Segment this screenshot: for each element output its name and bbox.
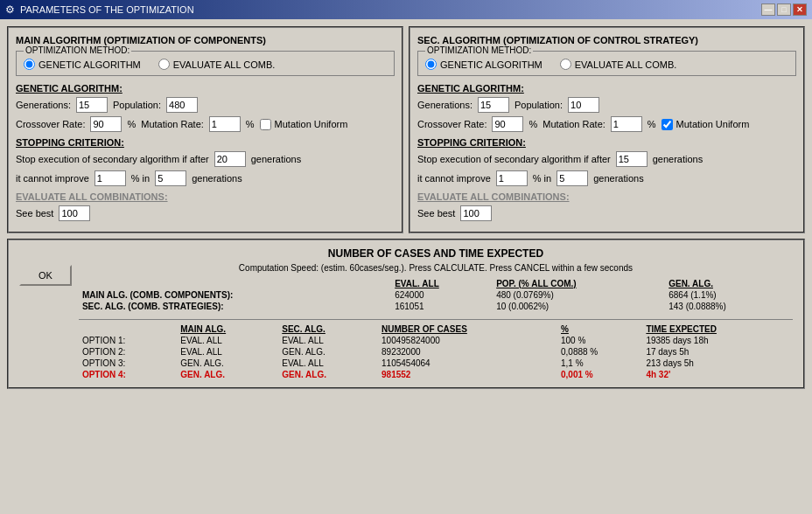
- sec-see-best-row: See best: [417, 205, 796, 221]
- cases-tbody: MAIN ALG. (COMB. COMPONENTS): 624000 480…: [79, 289, 793, 312]
- main-improve-input[interactable]: [94, 170, 126, 186]
- main-radio-evaluate-input[interactable]: [158, 59, 170, 70]
- opt-row-main: GEN. ALG.: [177, 369, 278, 380]
- opt-row-cases: 89232000: [378, 346, 557, 358]
- sec-mutation-uniform-input[interactable]: [662, 119, 673, 130]
- main-improve-gen-unit: generations: [192, 173, 242, 184]
- main-crossover-unit: %: [127, 119, 136, 129]
- sec-improve-row: it cannot improve % in generations: [417, 170, 796, 186]
- sec-gen-label: Generations:: [417, 100, 472, 110]
- sec-radio-evaluate-input[interactable]: [560, 59, 571, 70]
- main-mutation-uniform-label: Mutation Uniform: [275, 119, 348, 129]
- cases-header-eval: EVAL. ALL: [391, 278, 493, 289]
- main-genetic-label: GENETIC ALGORITHM:: [16, 83, 395, 94]
- main-mutation-uniform-check[interactable]: Mutation Uniform: [260, 119, 348, 130]
- cases-row-pop: 10 (0.0062%): [493, 301, 665, 312]
- opt-row-sec: EVAL. ALL: [278, 335, 378, 346]
- main-radio-genetic[interactable]: GENETIC ALGORITHM: [24, 59, 141, 70]
- sec-mutation-rate-input[interactable]: [611, 116, 642, 132]
- main-pop-label: Population:: [113, 100, 161, 110]
- sec-mutation-uniform-label: Mutation Uniform: [676, 119, 750, 129]
- app-icon: ⚙: [5, 3, 15, 16]
- cases-row-pop: 480 (0.0769%): [493, 289, 665, 301]
- opt-row-time: 19385 days 18h: [642, 335, 793, 346]
- sec-mutation-rate-label: Mutation Rate:: [542, 119, 606, 129]
- opt-row-cases: 100495824000: [378, 335, 557, 346]
- sec-stop-unit: generations: [653, 154, 704, 164]
- options-table: MAIN ALG. SEC. ALG. NUMBER OF CASES % TI…: [79, 323, 793, 380]
- opt-row-option: OPTION 1:: [79, 335, 177, 346]
- main-panel-title: MAIN ALGORITHM (OPTIMIZATION OF COMPONEN…: [16, 35, 395, 45]
- main-eval-label: EVALUATE ALL COMBINATIONS:: [16, 191, 395, 202]
- sec-crossover-input[interactable]: [492, 116, 523, 132]
- sec-see-best-input[interactable]: [460, 205, 492, 221]
- opt-row-cases: 1105454064: [378, 358, 557, 369]
- main-mutation-uniform-input[interactable]: [260, 119, 271, 130]
- main-stop-input[interactable]: [214, 151, 246, 167]
- main-improve-row: it cannot improve % in generations: [16, 170, 395, 186]
- sec-improve-unit: % in: [533, 173, 551, 184]
- cases-header-pop: POP. (% ALL COM.): [493, 278, 665, 289]
- opt-row-pct: 100 %: [557, 335, 642, 346]
- cases-row-eval: 161051: [391, 301, 493, 312]
- bottom-content: OK NUMBER OF CASES AND TIME EXPECTED Com…: [19, 247, 793, 380]
- main-improve-unit: % in: [131, 173, 150, 184]
- sec-opt-method-label: OPTIMIZATION METHOD:: [425, 45, 533, 55]
- sec-stop-input[interactable]: [616, 151, 648, 167]
- main-gen-row: Generations: Population:: [16, 97, 395, 113]
- maximize-button[interactable]: □: [777, 3, 791, 16]
- opt-row-option: OPTION 2:: [79, 346, 177, 358]
- main-mutation-rate-input[interactable]: [209, 116, 241, 132]
- sec-radio-evaluate[interactable]: EVALUATE ALL COMB.: [560, 59, 677, 70]
- sec-radio-genetic[interactable]: GENETIC ALGORITHM: [425, 59, 542, 70]
- main-radio-group: GENETIC ALGORITHM EVALUATE ALL COMB.: [24, 57, 387, 70]
- sec-genetic-label: GENETIC ALGORITHM:: [417, 83, 796, 94]
- main-see-best-input[interactable]: [59, 205, 90, 221]
- sec-gen-row: Generations: Population:: [417, 97, 796, 113]
- sec-crossover-label: Crossover Rate:: [417, 119, 486, 129]
- title-bar-text: PARAMETERS OF THE OPTIMIZATION: [20, 4, 194, 15]
- close-button[interactable]: ✕: [793, 3, 807, 16]
- sec-crossover-unit: %: [528, 119, 537, 129]
- opt-row-pct: 0,001 %: [557, 369, 642, 380]
- main-generations-input[interactable]: [76, 97, 108, 113]
- cases-row-eval: 624000: [391, 289, 493, 301]
- title-bar-buttons: — □ ✕: [761, 3, 807, 16]
- opt-row-time: 213 days 5h: [642, 358, 793, 369]
- main-population-input[interactable]: [166, 97, 198, 113]
- sec-improve-input[interactable]: [496, 170, 528, 186]
- opt-row-main: EVAL. ALL: [177, 346, 278, 358]
- cases-row: MAIN ALG. (COMB. COMPONENTS): 624000 480…: [79, 289, 793, 301]
- options-row: OPTION 2: EVAL. ALL GEN. ALG. 89232000 0…: [79, 346, 793, 358]
- sec-radio-genetic-input[interactable]: [425, 59, 437, 70]
- sec-mutation-uniform-check[interactable]: Mutation Uniform: [662, 119, 750, 130]
- opt-header-pct: %: [557, 323, 642, 335]
- options-tbody: OPTION 1: EVAL. ALL EVAL. ALL 1004958240…: [79, 335, 793, 380]
- main-radio-genetic-label: GENETIC ALGORITHM: [38, 59, 141, 70]
- sec-improve-text: it cannot improve: [417, 173, 491, 184]
- ok-btn-area: OK: [19, 247, 72, 380]
- sec-see-best-label: See best: [417, 208, 455, 219]
- options-row: OPTION 1: EVAL. ALL EVAL. ALL 1004958240…: [79, 335, 793, 346]
- sec-algorithm-panel: SEC. ALGORITHM (OPTIMIZATION OF CONTROL …: [409, 26, 805, 233]
- opt-header-sec: SEC. ALG.: [278, 323, 378, 335]
- main-crossover-input[interactable]: [90, 116, 122, 132]
- opt-row-option: OPTION 3:: [79, 358, 177, 369]
- cases-table-header: EVAL. ALL POP. (% ALL COM.) GEN. ALG.: [79, 278, 793, 289]
- options-header-row: MAIN ALG. SEC. ALG. NUMBER OF CASES % TI…: [79, 323, 793, 335]
- cases-title: NUMBER OF CASES AND TIME EXPECTED: [79, 247, 793, 260]
- main-content: MAIN ALGORITHM (OPTIMIZATION OF COMPONEN…: [0, 19, 812, 514]
- comp-speed: Computation Speed: (estim. 60cases/seg.)…: [79, 263, 793, 273]
- sec-improve-gen-input[interactable]: [556, 170, 588, 186]
- sec-population-input[interactable]: [568, 97, 599, 113]
- ok-button[interactable]: OK: [19, 265, 72, 286]
- minimize-button[interactable]: —: [761, 3, 775, 16]
- sec-opt-method-group: OPTIMIZATION METHOD: GENETIC ALGORITHM E…: [417, 51, 796, 76]
- main-opt-method-label: OPTIMIZATION METHOD:: [24, 45, 131, 55]
- main-improve-gen-input[interactable]: [155, 170, 186, 186]
- cases-table: EVAL. ALL POP. (% ALL COM.) GEN. ALG. MA…: [79, 278, 793, 312]
- sec-generations-input[interactable]: [478, 97, 509, 113]
- main-radio-genetic-input[interactable]: [24, 59, 35, 70]
- opt-row-time: 4h 32': [642, 369, 793, 380]
- main-radio-evaluate[interactable]: EVALUATE ALL COMB.: [158, 59, 276, 70]
